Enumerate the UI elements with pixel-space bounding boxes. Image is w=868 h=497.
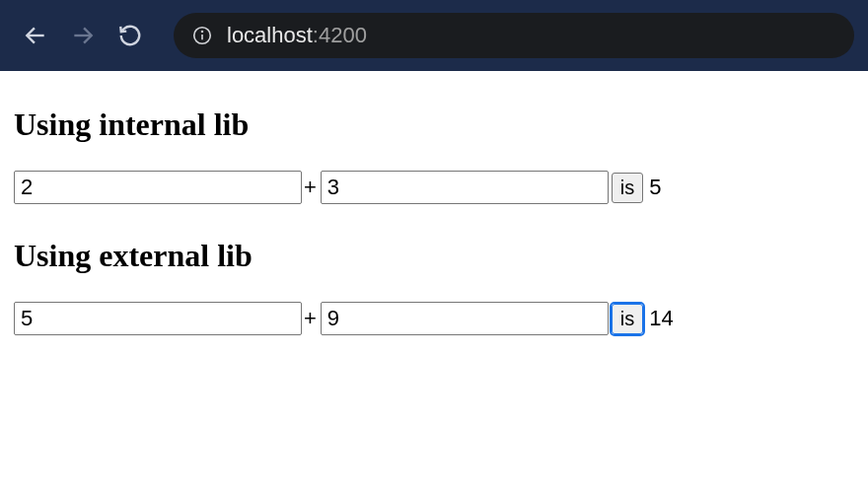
plus-sign: + (304, 175, 317, 200)
internal-operand-b-input[interactable] (321, 171, 609, 204)
internal-calc-row: + is 5 (14, 171, 854, 204)
url-text: localhost:4200 (227, 23, 367, 48)
external-calc-row: + is 14 (14, 302, 854, 335)
reload-icon (117, 23, 143, 48)
external-operand-a-input[interactable] (14, 302, 302, 335)
arrow-right-icon (70, 23, 96, 48)
forward-button[interactable] (61, 14, 105, 57)
address-bar[interactable]: localhost:4200 (174, 13, 854, 58)
internal-result: 5 (649, 175, 661, 200)
svg-point-4 (202, 32, 203, 33)
back-button[interactable] (14, 14, 57, 57)
external-operand-b-input[interactable] (321, 302, 609, 335)
site-info-icon[interactable] (191, 25, 213, 46)
external-result: 14 (649, 306, 673, 331)
internal-operand-a-input[interactable] (14, 171, 302, 204)
page-content: Using internal lib + is 5 Using external… (0, 71, 868, 387)
reload-button[interactable] (108, 14, 152, 57)
external-is-button[interactable]: is (612, 304, 643, 334)
url-port: :4200 (313, 23, 367, 47)
external-lib-heading: Using external lib (14, 238, 854, 274)
nav-buttons (14, 14, 152, 57)
browser-chrome-bar: localhost:4200 (0, 0, 868, 71)
arrow-left-icon (23, 23, 48, 48)
internal-is-button[interactable]: is (612, 173, 643, 203)
internal-lib-heading: Using internal lib (14, 106, 854, 143)
plus-sign: + (304, 306, 317, 331)
url-host: localhost (227, 23, 313, 47)
